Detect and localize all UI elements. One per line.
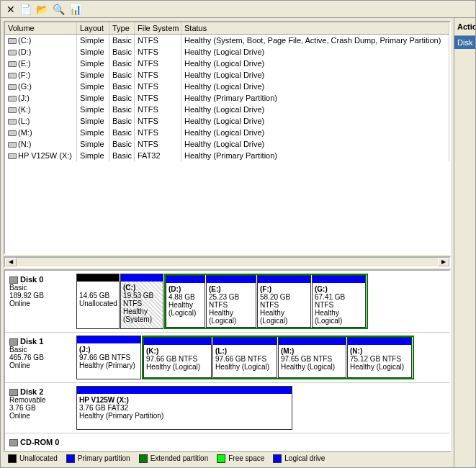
- drive-icon: [8, 50, 17, 55]
- main-panel: Volume Layout Type File System Status (C…: [1, 18, 454, 467]
- legend-label: Free space: [228, 454, 264, 462]
- col-layout[interactable]: Layout: [77, 22, 109, 34]
- toolbar-icon-4[interactable]: 📊: [69, 4, 81, 15]
- drive-icon: [8, 38, 17, 44]
- actions-header: Actions: [454, 18, 475, 36]
- toolbar-icon-2[interactable]: 📂: [36, 4, 48, 15]
- volume-row[interactable]: (M:)SimpleBasicNTFSHealthy (Logical Driv…: [5, 127, 449, 138]
- actions-panel: Actions Disk: [454, 18, 475, 467]
- toolbar-icon-1[interactable]: 📄: [19, 4, 32, 15]
- disk-info: Disk 0Basic189.92 GBOnline: [8, 274, 76, 329]
- scroll-right-icon[interactable]: ▶: [438, 258, 449, 266]
- col-status[interactable]: Status: [181, 22, 449, 34]
- legend-swatch: [139, 454, 148, 463]
- col-filesystem[interactable]: File System: [135, 22, 181, 34]
- partition-container: HP V125W (X:)3.76 GB FAT32Healthy (Prima…: [76, 386, 446, 430]
- partition[interactable]: HP V125W (X:)3.76 GB FAT32Healthy (Prima…: [76, 386, 292, 430]
- disk-icon: [9, 439, 18, 446]
- disk-info: CD-ROM 0: [8, 436, 76, 451]
- volume-row[interactable]: (N:)SimpleBasicNTFSHealthy (Logical Driv…: [5, 138, 449, 150]
- content-area: Volume Layout Type File System Status (C…: [1, 18, 475, 467]
- volume-row[interactable]: (E:)SimpleBasicNTFSHealthy (Logical Driv…: [5, 58, 449, 69]
- drive-icon: [8, 119, 17, 125]
- volume-row[interactable]: HP V125W (X:)SimpleBasicFAT32Healthy (Pr…: [5, 150, 449, 161]
- toolbar-icon-0[interactable]: ✕: [6, 4, 15, 15]
- partition-container: (J:)97.66 GB NTFSHealthy (Primary)(K:)97…: [76, 336, 446, 379]
- legend-label: Logical drive: [284, 454, 325, 462]
- volume-row[interactable]: (C:)SimpleBasicNTFSHealthy (System, Boot…: [5, 35, 449, 46]
- toolbar-icon-3[interactable]: 🔍: [53, 4, 65, 15]
- legend-swatch: [217, 454, 225, 463]
- volume-row[interactable]: (G:)SimpleBasicNTFSHealthy (Logical Driv…: [5, 81, 449, 92]
- partition[interactable]: (N:)75.12 GB NTFSHealthy (Logical): [347, 337, 412, 378]
- drive-icon: [8, 96, 17, 102]
- volume-list[interactable]: Volume Layout Type File System Status (C…: [4, 21, 451, 255]
- legend-swatch: [66, 454, 75, 463]
- partition[interactable]: (G:)67.41 GB NTFSHealthy (Logical): [312, 275, 366, 328]
- col-type[interactable]: Type: [109, 22, 135, 34]
- volume-row[interactable]: (K:)SimpleBasicNTFSHealthy (Logical Driv…: [5, 104, 449, 115]
- disk-row[interactable]: Disk 2Removable3.76 GBOnlineHP V125W (X:…: [5, 383, 449, 433]
- col-volume[interactable]: Volume: [5, 22, 77, 34]
- disk-management-window: ✕📄📂🔍📊 Volume Layout Type File System Sta…: [0, 0, 476, 468]
- legend-swatch: [273, 454, 282, 463]
- disk-row[interactable]: Disk 1Basic465.76 GBOnline(J:)97.66 GB N…: [5, 333, 449, 383]
- legend-label: Unallocated: [19, 454, 58, 462]
- disk-row[interactable]: CD-ROM 0: [5, 433, 449, 451]
- scroll-left-icon[interactable]: ◀: [5, 258, 17, 266]
- partition-container: 14.65 GBUnallocated(C:)19.53 GB NTFSHeal…: [76, 274, 446, 329]
- partition[interactable]: (D:)4.88 GBHealthy (Logical): [166, 275, 205, 328]
- drive-icon: [8, 73, 17, 78]
- drive-icon: [8, 130, 17, 136]
- drive-icon: [8, 153, 17, 159]
- partition[interactable]: (M:)97.65 GB NTFSHealthy (Logical): [278, 337, 346, 378]
- legend: UnallocatedPrimary partitionExtended par…: [4, 451, 451, 464]
- volume-row[interactable]: (L:)SimpleBasicNTFSHealthy (Logical Driv…: [5, 115, 449, 127]
- partition[interactable]: (F:)58.20 GB NTFSHealthy (Logical): [257, 275, 311, 328]
- extended-partition: (K:)97.66 GB NTFSHealthy (Logical)(L:)97…: [142, 336, 414, 379]
- partition[interactable]: 14.65 GBUnallocated: [76, 274, 120, 329]
- disk-info: Disk 2Removable3.76 GBOnline: [8, 386, 76, 430]
- disk-icon: [9, 338, 18, 346]
- drive-icon: [8, 84, 17, 90]
- partition[interactable]: (J:)97.66 GB NTFSHealthy (Primary): [76, 336, 141, 379]
- partition-container: [76, 436, 446, 451]
- drive-icon: [8, 107, 17, 113]
- legend-label: Extended partition: [151, 454, 209, 462]
- disk-graphical-view[interactable]: Disk 0Basic189.92 GBOnline14.65 GBUnallo…: [4, 269, 451, 451]
- disk-icon: [9, 389, 18, 396]
- partition[interactable]: (E:)25.23 GB NTFSHealthy (Logical): [206, 275, 256, 328]
- horizontal-scrollbar[interactable]: ◀ ▶: [4, 256, 451, 268]
- volume-row[interactable]: (J:)SimpleBasicNTFSHealthy (Primary Part…: [5, 92, 449, 104]
- partition[interactable]: (K:)97.66 GB NTFSHealthy (Logical): [143, 337, 212, 378]
- volume-list-header[interactable]: Volume Layout Type File System Status: [5, 22, 449, 35]
- actions-item[interactable]: Disk: [454, 36, 475, 49]
- extended-partition: (D:)4.88 GBHealthy (Logical)(E:)25.23 GB…: [164, 274, 368, 329]
- legend-swatch: [8, 454, 17, 463]
- partition[interactable]: (L:)97.66 GB NTFSHealthy (Logical): [212, 337, 277, 378]
- legend-label: Primary partition: [78, 454, 130, 462]
- drive-icon: [8, 142, 17, 148]
- disk-icon: [9, 276, 18, 284]
- volume-row[interactable]: (D:)SimpleBasicNTFSHealthy (Logical Driv…: [5, 46, 449, 58]
- disk-row[interactable]: Disk 0Basic189.92 GBOnline14.65 GBUnallo…: [5, 271, 449, 333]
- volume-row[interactable]: (F:)SimpleBasicNTFSHealthy (Logical Driv…: [5, 69, 449, 81]
- toolbar: ✕📄📂🔍📊: [1, 1, 475, 18]
- partition[interactable]: (C:)19.53 GB NTFSHealthy (System): [120, 274, 163, 329]
- drive-icon: [8, 61, 17, 67]
- disk-info: Disk 1Basic465.76 GBOnline: [8, 336, 76, 379]
